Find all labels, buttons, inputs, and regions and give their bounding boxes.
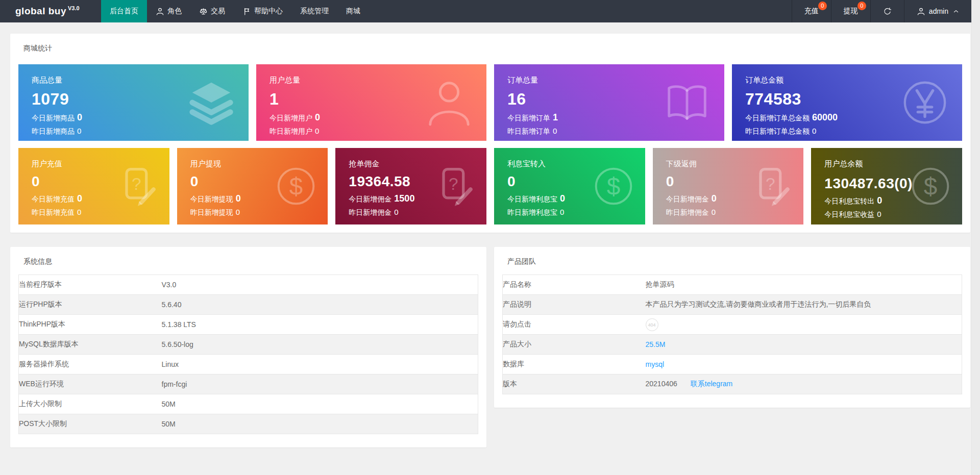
notification-badge: 0 (857, 2, 866, 10)
stat-card-sub-commission: 下级返佣0今日新增佣金0昨日新增佣金0? (653, 148, 804, 224)
nav-item-label: 帮助中心 (254, 7, 283, 16)
stat-card-yesterday-value: 0 (77, 208, 81, 216)
stat-card-interest-in: 利息宝转入0今日新增利息宝0昨日新增利息宝0$ (494, 148, 645, 224)
stat-card-yesterday-label: 昨日新增用户 (270, 127, 312, 135)
stat-card-today-label: 今日新增佣金 (666, 195, 709, 203)
system-info-row-label: ThinkPHP版本 (19, 315, 162, 335)
system-info-row: WEB运行环境fpm-fcgi (19, 374, 478, 394)
nav-action-refresh[interactable] (870, 0, 904, 22)
scrollbar-track[interactable] (971, 0, 980, 475)
dollar-icon: $ (908, 164, 953, 209)
stat-card-order-amount: 订单总金额774583今日新增订单总金额60000昨日新增订单总金额0 (732, 64, 962, 141)
stat-card-yesterday-line: 昨日新增利息宝0 (507, 208, 632, 217)
nav-item-help[interactable]: 帮助中心 (234, 0, 291, 22)
svg-text:$: $ (924, 173, 937, 200)
stat-card-yesterday-line: 昨日新增充值0 (32, 208, 156, 217)
app-logo-version: V3.0 (68, 5, 80, 11)
stat-card-yesterday-label: 昨日新增利息宝 (507, 208, 557, 216)
system-info-row-value: Linux (162, 355, 478, 374)
system-info-row-label: 当前程序版本 (19, 275, 162, 295)
yen-icon (900, 78, 950, 128)
stat-card-today-value: 0 (712, 193, 717, 204)
doc-question-icon: ? (749, 164, 794, 209)
stat-card-yesterday-label: 昨日新增订单 (507, 127, 550, 135)
product-team-row-value: 20210406联系telegram (646, 374, 962, 394)
stat-card-yesterday-value: 0 (236, 208, 240, 216)
product-team-row-link[interactable]: mysql (646, 360, 665, 368)
product-team-row-label: 版本 (503, 374, 646, 394)
product-team-row-value-text: 抢单源码 (646, 280, 674, 288)
system-info-tbody: 当前程序版本V3.0运行PHP版本5.6.40ThinkPHP版本5.1.38 … (19, 275, 478, 434)
stat-card-yesterday-label: 昨日新增充值 (32, 208, 75, 216)
stat-card-today-value: 1500 (394, 193, 414, 204)
system-info-row-value: 5.6.40 (162, 295, 478, 315)
product-team-row: 产品名称抢单源码 (503, 275, 962, 295)
svg-text:?: ? (132, 174, 141, 193)
nav-item-system[interactable]: 系统管理 (291, 0, 337, 22)
stat-card-today-value: 0 (77, 193, 82, 204)
stat-card-today-label: 今日新增充值 (32, 195, 75, 203)
nav-item-label: 后台首页 (110, 7, 138, 16)
product-team-row-label: 产品大小 (503, 335, 646, 355)
stat-card-yesterday-label: 今日利息宝收益 (824, 210, 874, 218)
product-team-row-value: 404 (646, 315, 962, 335)
stat-card-yesterday-label: 昨日新增商品 (32, 127, 75, 135)
nav-item-roles[interactable]: 角色 (147, 0, 190, 22)
person-icon (424, 78, 474, 128)
system-info-panel: 系统信息 当前程序版本V3.0运行PHP版本5.6.40ThinkPHP版本5.… (10, 247, 486, 447)
stats-row-2: 用户充值0今日新增充值0昨日新增充值0?用户提现0今日新增提现0昨日新增提现0$… (18, 148, 962, 224)
page-content: 商城统计 商品总量1079今日新增商品0昨日新增商品0用户总量1今日新增用户0昨… (10, 34, 970, 447)
product-team-row-value: mysql (646, 355, 962, 374)
stat-card-user-balance: 用户总余额130487.63(0)今日利息宝转出0今日利息宝收益0$ (811, 148, 962, 224)
nav-action-withdraw[interactable]: 提现0 (831, 0, 870, 22)
stat-card-yesterday-line: 今日利息宝收益0 (824, 210, 949, 219)
stat-card-yesterday-value: 0 (77, 127, 81, 135)
product-team-row-link[interactable]: 25.5M (646, 340, 666, 348)
stat-card-yesterday-label: 昨日新增提现 (190, 208, 233, 216)
system-info-row-value: fpm-fcgi (162, 374, 478, 394)
caret-up-icon (953, 8, 959, 14)
stat-card-today-value: 0 (315, 112, 320, 122)
refresh-icon[interactable] (883, 7, 892, 16)
stat-card-yesterday-line: 昨日新增用户0 (270, 127, 473, 136)
app-logo[interactable]: global buy V3.0 (0, 0, 101, 22)
system-info-row-label: POST大小限制 (19, 414, 162, 434)
stat-card-yesterday-line: 昨日新增商品0 (32, 127, 235, 136)
stat-card-today-value: 0 (877, 195, 882, 206)
svg-text:$: $ (606, 173, 620, 200)
nav-item-label: 交易 (211, 7, 225, 16)
dollar-icon: $ (591, 164, 636, 209)
stat-card-today-value: 0 (77, 112, 82, 122)
stat-card-today-label: 今日新增利息宝 (507, 195, 557, 203)
nav-action-user-menu[interactable]: admin (904, 0, 971, 22)
stats-row-1: 商品总量1079今日新增商品0昨日新增商品0用户总量1今日新增用户0昨日新增用户… (18, 64, 962, 141)
stat-card-yesterday-value: 0 (812, 127, 816, 135)
system-info-table: 当前程序版本V3.0运行PHP版本5.6.40ThinkPHP版本5.1.38 … (18, 274, 478, 434)
nav-menu: 后台首页角色交易帮助中心系统管理商城 (101, 0, 369, 22)
stat-card-yesterday-line: 昨日新增佣金0 (666, 208, 791, 217)
stat-card-today-value: 60000 (812, 112, 838, 122)
nav-item-home[interactable]: 后台首页 (101, 0, 147, 22)
system-info-row-label: WEB运行环境 (19, 374, 162, 394)
product-team-row-value-text: 本产品只为学习测试交流,请勿要做商业或者用于违法行为,一切后果自负 (646, 300, 871, 308)
notification-badge: 0 (818, 2, 827, 10)
system-info-row-value-text: 5.6.50-log (162, 340, 193, 348)
stat-card-today-label: 今日新增提现 (190, 195, 233, 203)
doc-question-icon: ? (115, 164, 160, 209)
system-info-row-value-text: 5.1.38 LTS (162, 320, 196, 329)
mall-stats-title: 商城统计 (23, 44, 957, 53)
stat-card-today-label: 今日新增佣金 (349, 195, 391, 203)
product-team-row-label: 产品名称 (503, 275, 646, 295)
product-team-row-link[interactable]: 联系telegram (691, 380, 732, 388)
nav-item-label: 商城 (346, 7, 360, 16)
product-team-row: 产品大小25.5M (503, 335, 962, 355)
nav-action-label: 提现 (844, 7, 858, 16)
stat-card-yesterday-value: 0 (315, 127, 319, 135)
nav-item-trade[interactable]: 交易 (190, 0, 234, 22)
product-team-row-value-text: 20210406 (646, 380, 677, 388)
book-icon (662, 78, 712, 128)
product-team-panel: 产品团队 产品名称抢单源码产品说明本产品只为学习测试交流,请勿要做商业或者用于违… (494, 247, 970, 408)
system-info-row-value-text: Linux (162, 360, 179, 368)
nav-action-recharge[interactable]: 充值0 (792, 0, 831, 22)
nav-item-mall[interactable]: 商城 (337, 0, 369, 22)
